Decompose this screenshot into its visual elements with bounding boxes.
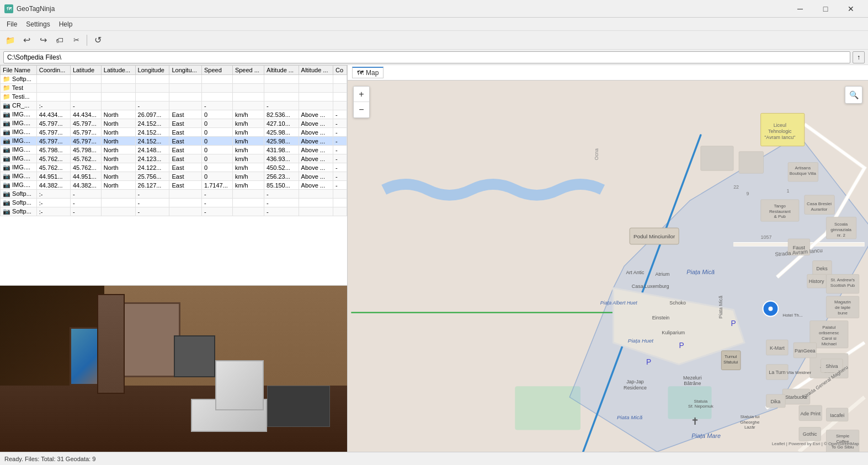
cell-speed2 (232, 101, 264, 110)
col-alt[interactable]: Altitude ... (264, 66, 299, 75)
table-row[interactable]: 📷 Softp... :- - - - - (1, 199, 347, 207)
table-body: 📁 Softp... 📁 Test 📁 Testi... (1, 75, 347, 216)
cell-lat2: North (101, 128, 135, 137)
cell-speed2 (232, 93, 264, 101)
cell-coordin: 44.382... (36, 181, 70, 190)
svg-text:Leaflet | Powered by Esri | © : Leaflet | Powered by Esri | © OpenStreet… (772, 441, 860, 446)
col-speed2[interactable]: Speed ... (232, 66, 264, 75)
file-table-container[interactable]: File Name Coordin... Latitude Latitude..… (0, 65, 347, 286)
cell-lat2 (101, 84, 135, 93)
zoom-in-button[interactable]: + (354, 87, 369, 102)
map-tab-label: Map (366, 69, 379, 77)
cell-coordin: 44.434... (36, 110, 70, 119)
status-text: Ready. Files: Total: 31 Geodata: 9 (4, 456, 95, 462)
table-row[interactable]: 📷 IMG.... 44.382... 44.382... North 26.1… (1, 181, 347, 190)
col-alt2[interactable]: Altitude ... (299, 66, 333, 75)
map-search-button[interactable]: 🔍 (845, 86, 862, 104)
cell-filename: 📷 CR_... (1, 101, 37, 110)
svg-text:Aurarilor: Aurarilor (811, 207, 828, 212)
map-container[interactable]: Liceul Tehnologic "Avram Iancu" Artisans… (348, 81, 868, 452)
cell-lat: 44.382... (70, 181, 101, 190)
map-tab[interactable]: 🗺 Map (352, 67, 384, 78)
photo-device (174, 335, 215, 377)
svg-text:Piata Mică: Piata Mică (718, 296, 723, 319)
col-co[interactable]: Co (333, 66, 347, 75)
photo-pillar (97, 294, 125, 394)
menu-help[interactable]: Help (55, 19, 77, 29)
refresh-button[interactable]: ↺ (90, 33, 105, 47)
cell-co (333, 93, 347, 101)
svg-text:Artisans: Artisans (795, 165, 811, 170)
col-filename[interactable]: File Name (1, 66, 37, 75)
table-row[interactable]: 📷 IMG.... 44.951... 44.951... North 25.7… (1, 172, 347, 181)
cell-lon2: East (169, 154, 202, 163)
svg-text:Hotel Th...: Hotel Th... (782, 313, 802, 318)
menu-settings[interactable]: Settings (22, 19, 54, 29)
cell-coordin: 45.797... (36, 137, 70, 146)
table-row[interactable]: 📷 IMG.... 44.434... 44.434... North 26.0… (1, 110, 347, 119)
map-svg: Liceul Tehnologic "Avram Iancu" Artisans… (348, 81, 868, 452)
cell-lon: 25.756... (135, 172, 169, 181)
menu-file[interactable]: File (2, 19, 22, 29)
title-bar: 🗺 GeoTagNinja ─ □ ✕ (0, 0, 868, 18)
table-row[interactable]: 📷 IMG.... 45.797... 45.797... North 24.1… (1, 128, 347, 137)
map-zoom-controls: + − (353, 86, 370, 118)
table-row[interactable]: 📁 Testi... (1, 93, 347, 101)
col-lat[interactable]: Latitude (70, 66, 101, 75)
table-row[interactable]: 📷 IMG.... 45.797... 45.797... North 24.1… (1, 137, 347, 146)
cell-speed2 (232, 190, 264, 199)
table-row[interactable]: 📁 Softp... (1, 75, 347, 84)
cell-lon2: East (169, 181, 202, 190)
table-row[interactable]: 📁 Test (1, 84, 347, 93)
file-icon: 📷 (3, 155, 10, 162)
cell-speed: - (201, 199, 232, 207)
cell-lat2: North (101, 154, 135, 163)
tag-button[interactable]: 🏷 (52, 33, 67, 47)
table-row[interactable]: 📷 IMG.... 45.762... 45.762... North 24.1… (1, 154, 347, 163)
table-row[interactable]: 📷 CR_... :- - - - - (1, 101, 347, 110)
close-button[interactable]: ✕ (838, 0, 864, 18)
svg-text:9: 9 (746, 191, 749, 196)
svg-text:K-Mart: K-Mart (770, 345, 785, 351)
cell-speed2: km/h (232, 146, 264, 154)
cell-lon2 (169, 101, 202, 110)
file-icon: 📷 (3, 129, 10, 135)
cell-speed: 0 (201, 137, 232, 146)
cell-filename: 📷 Softp... (1, 190, 37, 199)
open-folder-button[interactable]: 📁 (2, 33, 18, 47)
svg-text:de lapte: de lapte (835, 305, 851, 310)
cell-alt2: Above ... (299, 154, 333, 163)
cell-alt2: Above ... (299, 181, 333, 190)
table-row[interactable]: 📷 Softp... :- - - - - (1, 190, 347, 199)
cell-coordin: :- (36, 190, 70, 199)
folder-icon: 📁 (3, 76, 10, 82)
cell-alt: - (264, 190, 299, 199)
zoom-out-button[interactable]: − (354, 102, 369, 117)
cell-alt2 (299, 207, 333, 216)
redo-button[interactable]: ↪ (35, 33, 51, 47)
table-row[interactable]: 📷 Softp... :- - - - - (1, 207, 347, 216)
table-row[interactable]: 📷 IMG.... 45.797... 45.797... North 24.1… (1, 119, 347, 128)
address-input[interactable] (3, 51, 850, 63)
svg-point-119 (768, 307, 773, 311)
status-bar: Ready. Files: Total: 31 Geodata: 9 (0, 452, 868, 465)
col-lon2[interactable]: Longitu... (169, 66, 202, 75)
col-lat2[interactable]: Latitude... (101, 66, 135, 75)
cell-lat2 (101, 190, 135, 199)
cell-filename: 📷 Softp... (1, 199, 37, 207)
svg-text:Magazin: Magazin (834, 300, 851, 304)
cell-lon: 26.127... (135, 181, 169, 190)
cell-lat2: North (101, 172, 135, 181)
paste-button[interactable]: ✂ (68, 33, 84, 47)
maximize-button[interactable]: □ (813, 0, 838, 18)
cell-lon: 24.152... (135, 119, 169, 128)
minimize-button[interactable]: ─ (787, 0, 813, 18)
address-up-button[interactable]: ↑ (853, 51, 865, 63)
cell-coordin (36, 84, 70, 93)
col-speed[interactable]: Speed (201, 66, 232, 75)
table-row[interactable]: 📷 IMG.... 45.762... 45.762... North 24.1… (1, 163, 347, 172)
col-coordin[interactable]: Coordin... (36, 66, 70, 75)
table-row[interactable]: 📷 IMG.... 45.798... 45.798... North 24.1… (1, 146, 347, 154)
col-lon[interactable]: Longitude (135, 66, 169, 75)
undo-button[interactable]: ↩ (19, 33, 34, 47)
